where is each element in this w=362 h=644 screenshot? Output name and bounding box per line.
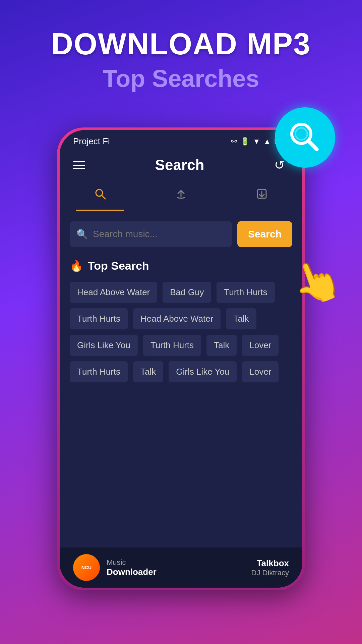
main-subtitle: Top Searches — [0, 65, 362, 92]
search-bar-row: 🔍 Search — [70, 221, 292, 247]
bottom-right-info: Talkbox DJ Diktracy — [251, 558, 289, 577]
search-input-wrapper: 🔍 — [70, 221, 232, 247]
now-playing-title: Talkbox — [251, 558, 289, 569]
hamburger-line-2 — [73, 165, 85, 166]
svg-line-1 — [308, 141, 317, 149]
signal-icon: ▲ — [263, 137, 271, 146]
download-tab-icon — [255, 187, 268, 203]
app-screen-title: Search — [155, 157, 204, 173]
search-tag[interactable]: Turth Hurts — [70, 308, 128, 329]
app-header: Search ↺ — [60, 150, 302, 180]
search-tag[interactable]: Talk — [226, 308, 256, 329]
tab-search[interactable] — [60, 180, 140, 211]
search-tag[interactable]: Talk — [206, 335, 237, 356]
vibrate-icon: 🔋 — [240, 137, 249, 146]
search-tag[interactable]: Turth Hurts — [217, 282, 275, 303]
header-area: DOWNLOAD MP3 Top Searches — [0, 0, 362, 102]
search-tag[interactable]: Head Above Water — [133, 308, 221, 329]
now-playing-artist: DJ Diktracy — [251, 569, 289, 577]
status-bar: Project Fi ⚯ 🔋 ▼ ▲ 59% — [60, 130, 302, 150]
upload-tab-icon — [175, 187, 187, 203]
tab-bar — [60, 180, 302, 211]
phone-outer: Project Fi ⚯ 🔋 ▼ ▲ 59% Search ↺ — [57, 127, 305, 590]
fire-icon: 🔥 — [70, 260, 83, 272]
phone-inner: Project Fi ⚯ 🔋 ▼ ▲ 59% Search ↺ — [60, 130, 302, 588]
app-name-label: Music — [107, 558, 245, 567]
search-icon-circle — [275, 107, 335, 168]
search-tab-icon — [94, 187, 107, 203]
search-tag[interactable]: Girls Like You — [70, 335, 138, 356]
search-tag[interactable]: Head Above Water — [70, 282, 157, 303]
search-tag[interactable]: Turth Hurts — [143, 335, 201, 356]
bottom-info: Music Downloader — [107, 558, 245, 577]
hamburger-line-3 — [73, 168, 85, 169]
bluetooth-icon: ⚯ — [231, 137, 237, 146]
search-button[interactable]: Search — [237, 221, 292, 247]
main-title: DOWNLOAD MP3 — [0, 27, 362, 61]
search-music-input[interactable] — [93, 229, 225, 239]
carrier-text: Project Fi — [73, 136, 110, 147]
phone-mockup: Project Fi ⚯ 🔋 ▼ ▲ 59% Search ↺ — [57, 127, 305, 590]
search-content: 🔍 Search 🔥 Top Search Head Above WaterBa… — [60, 211, 302, 547]
svg-point-2 — [295, 128, 307, 140]
search-tag[interactable]: Girls Like You — [169, 361, 237, 382]
search-tag[interactable]: Lover — [242, 361, 279, 382]
app-sub-label: Downloader — [107, 567, 245, 577]
tab-upload[interactable] — [140, 180, 221, 211]
tags-container: Head Above WaterBad GuyTurth HurtsTurth … — [70, 282, 292, 382]
album-art: NCU — [73, 554, 100, 581]
search-tag[interactable]: Turth Hurts — [70, 361, 128, 382]
search-tag[interactable]: Lover — [242, 335, 279, 356]
svg-line-4 — [102, 195, 105, 199]
search-tag[interactable]: Bad Guy — [163, 282, 211, 303]
wifi-icon: ▼ — [253, 137, 260, 146]
magnify-icon — [287, 119, 323, 156]
album-art-text: NCU — [81, 565, 92, 571]
tab-download[interactable] — [222, 180, 302, 211]
search-tag[interactable]: Talk — [133, 361, 163, 382]
top-search-header: 🔥 Top Search — [70, 259, 292, 272]
bottom-bar: NCU Music Downloader Talkbox DJ Diktracy — [60, 547, 302, 588]
top-search-title: Top Search — [88, 259, 149, 272]
search-input-icon: 🔍 — [76, 229, 88, 240]
hamburger-line-1 — [73, 161, 85, 162]
hamburger-menu[interactable] — [73, 161, 85, 169]
